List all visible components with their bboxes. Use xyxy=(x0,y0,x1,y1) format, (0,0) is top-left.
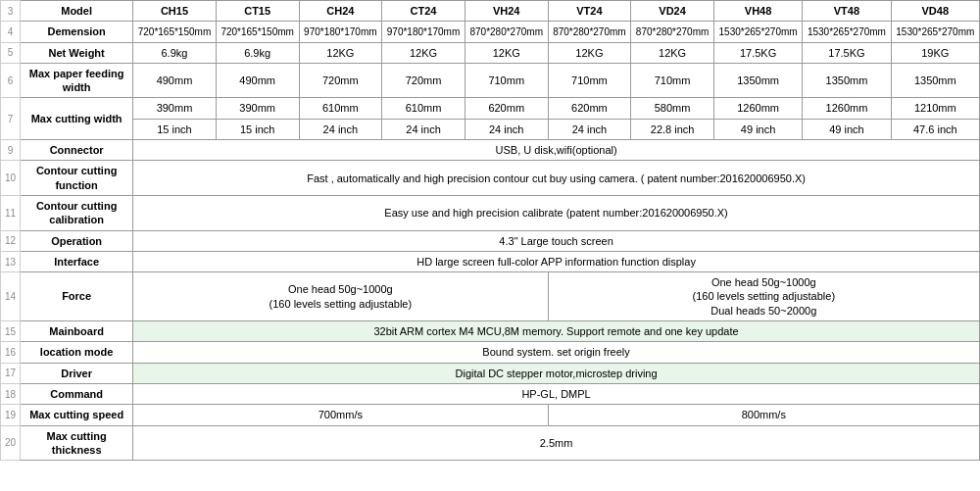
row-connector: 9 Connector USB, U disk,wifi(optional) xyxy=(1,140,980,161)
col-vt24: VT24 xyxy=(548,1,631,22)
row-contour-cutting: 10 Contour cutting function Fast , autom… xyxy=(1,161,980,196)
col-model: Model xyxy=(21,1,133,22)
col-vd24: VD24 xyxy=(631,1,714,22)
row-force: 14 Force One head 50g~1000g (160 levels … xyxy=(1,272,980,321)
row-interface: 13 Interface HD large screen full-color … xyxy=(1,251,980,271)
row-operation: 12 Operation 4.3" Large touch screen xyxy=(1,230,980,251)
row-location-mode: 16 location mode Bound system. set origi… xyxy=(1,342,980,363)
col-ch24: CH24 xyxy=(299,1,382,22)
row-max-cutting-width-inch: 15 inch 15 inch 24 inch 24 inch 24 inch … xyxy=(1,119,980,139)
row-max-cutting-thickness: 20 Max cutting thickness 2.5mm xyxy=(1,425,980,461)
row-max-cutting-width-mm: 7 Max cutting width 390mm 390mm 610mm 61… xyxy=(1,98,980,119)
row-driver: 17 Driver Digital DC stepper motor,micro… xyxy=(1,363,980,383)
col-ch15: CH15 xyxy=(133,1,217,22)
row-command: 18 Command HP-GL, DMPL xyxy=(1,383,980,404)
row-max-cutting-speed: 19 Max cutting speed 700mm/s 800mm/s xyxy=(1,405,980,425)
header-row: 3 Model CH15 CT15 CH24 CT24 VH24 VT24 VD… xyxy=(1,1,980,22)
col-vt48: VT48 xyxy=(803,1,891,22)
col-vh24: VH24 xyxy=(465,1,548,22)
row-max-paper-feeding: 6 Max paper feeding width 490mm 490mm 72… xyxy=(1,63,980,98)
spec-table: 3 Model CH15 CT15 CH24 CT24 VH24 VT24 VD… xyxy=(0,0,980,461)
row-net-weight: 5 Net Weight 6.9kg 6.9kg 12KG 12KG 12KG … xyxy=(1,42,980,63)
col-ct15: CT15 xyxy=(216,1,299,22)
col-ct24: CT24 xyxy=(382,1,466,22)
row-contour-calibration: 11 Contour cutting calibration Easy use … xyxy=(1,195,980,230)
row-mainboard: 15 Mainboard 32bit ARM cortex M4 MCU,8M … xyxy=(1,321,980,342)
col-vh48: VH48 xyxy=(713,1,802,22)
row-num-3: 3 xyxy=(1,1,21,22)
col-vd48: VD48 xyxy=(891,1,979,22)
row-demension: 4 Demension 720*165*150mm 720*165*150mm … xyxy=(1,22,980,42)
